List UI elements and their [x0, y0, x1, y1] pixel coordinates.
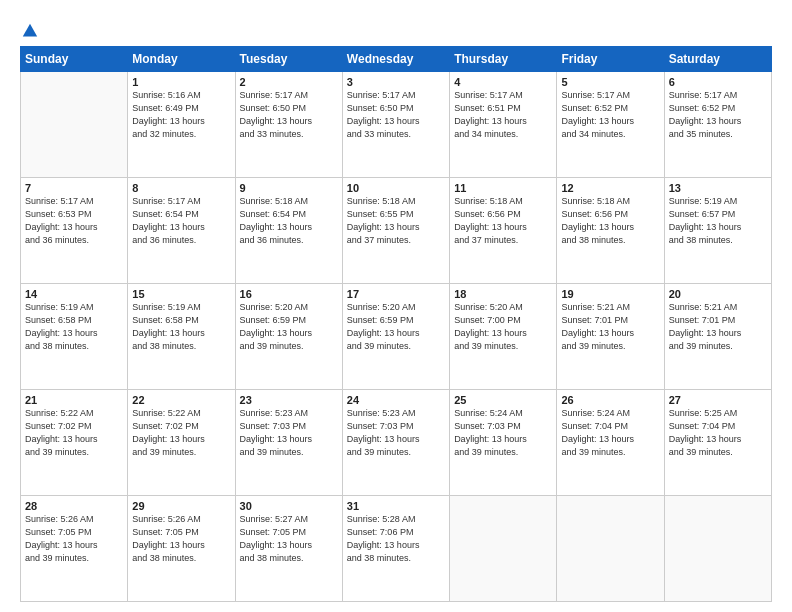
day-number: 19 [561, 288, 659, 300]
day-detail: Sunrise: 5:18 AM Sunset: 6:56 PM Dayligh… [454, 195, 552, 247]
day-number: 13 [669, 182, 767, 194]
day-detail: Sunrise: 5:17 AM Sunset: 6:50 PM Dayligh… [347, 89, 445, 141]
calendar-cell: 5Sunrise: 5:17 AM Sunset: 6:52 PM Daylig… [557, 72, 664, 178]
calendar-cell: 15Sunrise: 5:19 AM Sunset: 6:58 PM Dayli… [128, 284, 235, 390]
calendar-cell: 22Sunrise: 5:22 AM Sunset: 7:02 PM Dayli… [128, 390, 235, 496]
calendar-cell: 31Sunrise: 5:28 AM Sunset: 7:06 PM Dayli… [342, 496, 449, 602]
day-number: 23 [240, 394, 338, 406]
day-detail: Sunrise: 5:16 AM Sunset: 6:49 PM Dayligh… [132, 89, 230, 141]
day-number: 28 [25, 500, 123, 512]
calendar-cell: 14Sunrise: 5:19 AM Sunset: 6:58 PM Dayli… [21, 284, 128, 390]
calendar-cell: 25Sunrise: 5:24 AM Sunset: 7:03 PM Dayli… [450, 390, 557, 496]
week-row-1: 1Sunrise: 5:16 AM Sunset: 6:49 PM Daylig… [21, 72, 772, 178]
logo-icon [21, 22, 39, 40]
day-detail: Sunrise: 5:17 AM Sunset: 6:51 PM Dayligh… [454, 89, 552, 141]
day-detail: Sunrise: 5:20 AM Sunset: 6:59 PM Dayligh… [347, 301, 445, 353]
day-number: 4 [454, 76, 552, 88]
calendar-cell: 11Sunrise: 5:18 AM Sunset: 6:56 PM Dayli… [450, 178, 557, 284]
calendar-cell: 2Sunrise: 5:17 AM Sunset: 6:50 PM Daylig… [235, 72, 342, 178]
calendar-cell: 13Sunrise: 5:19 AM Sunset: 6:57 PM Dayli… [664, 178, 771, 284]
day-detail: Sunrise: 5:26 AM Sunset: 7:05 PM Dayligh… [25, 513, 123, 565]
calendar-cell: 29Sunrise: 5:26 AM Sunset: 7:05 PM Dayli… [128, 496, 235, 602]
calendar-cell: 18Sunrise: 5:20 AM Sunset: 7:00 PM Dayli… [450, 284, 557, 390]
day-number: 12 [561, 182, 659, 194]
calendar-cell: 19Sunrise: 5:21 AM Sunset: 7:01 PM Dayli… [557, 284, 664, 390]
calendar-cell: 16Sunrise: 5:20 AM Sunset: 6:59 PM Dayli… [235, 284, 342, 390]
weekday-header-sunday: Sunday [21, 47, 128, 72]
day-detail: Sunrise: 5:17 AM Sunset: 6:54 PM Dayligh… [132, 195, 230, 247]
week-row-4: 21Sunrise: 5:22 AM Sunset: 7:02 PM Dayli… [21, 390, 772, 496]
day-number: 27 [669, 394, 767, 406]
week-row-2: 7Sunrise: 5:17 AM Sunset: 6:53 PM Daylig… [21, 178, 772, 284]
day-detail: Sunrise: 5:28 AM Sunset: 7:06 PM Dayligh… [347, 513, 445, 565]
calendar-cell: 6Sunrise: 5:17 AM Sunset: 6:52 PM Daylig… [664, 72, 771, 178]
day-number: 14 [25, 288, 123, 300]
day-number: 6 [669, 76, 767, 88]
day-detail: Sunrise: 5:19 AM Sunset: 6:58 PM Dayligh… [25, 301, 123, 353]
day-detail: Sunrise: 5:24 AM Sunset: 7:04 PM Dayligh… [561, 407, 659, 459]
day-detail: Sunrise: 5:26 AM Sunset: 7:05 PM Dayligh… [132, 513, 230, 565]
logo [20, 22, 39, 38]
day-number: 11 [454, 182, 552, 194]
day-detail: Sunrise: 5:23 AM Sunset: 7:03 PM Dayligh… [347, 407, 445, 459]
day-number: 26 [561, 394, 659, 406]
calendar-cell: 20Sunrise: 5:21 AM Sunset: 7:01 PM Dayli… [664, 284, 771, 390]
day-detail: Sunrise: 5:22 AM Sunset: 7:02 PM Dayligh… [25, 407, 123, 459]
day-number: 22 [132, 394, 230, 406]
week-row-5: 28Sunrise: 5:26 AM Sunset: 7:05 PM Dayli… [21, 496, 772, 602]
calendar-cell: 24Sunrise: 5:23 AM Sunset: 7:03 PM Dayli… [342, 390, 449, 496]
calendar-cell: 26Sunrise: 5:24 AM Sunset: 7:04 PM Dayli… [557, 390, 664, 496]
day-detail: Sunrise: 5:18 AM Sunset: 6:56 PM Dayligh… [561, 195, 659, 247]
day-detail: Sunrise: 5:27 AM Sunset: 7:05 PM Dayligh… [240, 513, 338, 565]
day-number: 9 [240, 182, 338, 194]
calendar-cell: 17Sunrise: 5:20 AM Sunset: 6:59 PM Dayli… [342, 284, 449, 390]
calendar-cell: 9Sunrise: 5:18 AM Sunset: 6:54 PM Daylig… [235, 178, 342, 284]
calendar-table: SundayMondayTuesdayWednesdayThursdayFrid… [20, 46, 772, 602]
day-detail: Sunrise: 5:17 AM Sunset: 6:52 PM Dayligh… [561, 89, 659, 141]
calendar-cell [557, 496, 664, 602]
day-detail: Sunrise: 5:24 AM Sunset: 7:03 PM Dayligh… [454, 407, 552, 459]
day-number: 7 [25, 182, 123, 194]
day-number: 3 [347, 76, 445, 88]
calendar-cell [664, 496, 771, 602]
weekday-header-wednesday: Wednesday [342, 47, 449, 72]
day-number: 25 [454, 394, 552, 406]
calendar-cell: 10Sunrise: 5:18 AM Sunset: 6:55 PM Dayli… [342, 178, 449, 284]
page: SundayMondayTuesdayWednesdayThursdayFrid… [0, 0, 792, 612]
calendar-cell: 1Sunrise: 5:16 AM Sunset: 6:49 PM Daylig… [128, 72, 235, 178]
day-detail: Sunrise: 5:19 AM Sunset: 6:57 PM Dayligh… [669, 195, 767, 247]
calendar-cell: 7Sunrise: 5:17 AM Sunset: 6:53 PM Daylig… [21, 178, 128, 284]
calendar-cell: 3Sunrise: 5:17 AM Sunset: 6:50 PM Daylig… [342, 72, 449, 178]
day-detail: Sunrise: 5:20 AM Sunset: 6:59 PM Dayligh… [240, 301, 338, 353]
day-detail: Sunrise: 5:19 AM Sunset: 6:58 PM Dayligh… [132, 301, 230, 353]
day-detail: Sunrise: 5:23 AM Sunset: 7:03 PM Dayligh… [240, 407, 338, 459]
weekday-header-saturday: Saturday [664, 47, 771, 72]
day-number: 29 [132, 500, 230, 512]
day-number: 31 [347, 500, 445, 512]
calendar-cell: 28Sunrise: 5:26 AM Sunset: 7:05 PM Dayli… [21, 496, 128, 602]
day-number: 2 [240, 76, 338, 88]
day-number: 15 [132, 288, 230, 300]
day-number: 5 [561, 76, 659, 88]
day-number: 30 [240, 500, 338, 512]
calendar-cell: 21Sunrise: 5:22 AM Sunset: 7:02 PM Dayli… [21, 390, 128, 496]
calendar-cell: 27Sunrise: 5:25 AM Sunset: 7:04 PM Dayli… [664, 390, 771, 496]
header [20, 18, 772, 38]
day-number: 16 [240, 288, 338, 300]
day-detail: Sunrise: 5:17 AM Sunset: 6:53 PM Dayligh… [25, 195, 123, 247]
weekday-header-row: SundayMondayTuesdayWednesdayThursdayFrid… [21, 47, 772, 72]
weekday-header-monday: Monday [128, 47, 235, 72]
day-number: 10 [347, 182, 445, 194]
weekday-header-friday: Friday [557, 47, 664, 72]
day-detail: Sunrise: 5:20 AM Sunset: 7:00 PM Dayligh… [454, 301, 552, 353]
day-detail: Sunrise: 5:21 AM Sunset: 7:01 PM Dayligh… [561, 301, 659, 353]
weekday-header-tuesday: Tuesday [235, 47, 342, 72]
day-detail: Sunrise: 5:17 AM Sunset: 6:50 PM Dayligh… [240, 89, 338, 141]
day-number: 18 [454, 288, 552, 300]
week-row-3: 14Sunrise: 5:19 AM Sunset: 6:58 PM Dayli… [21, 284, 772, 390]
day-detail: Sunrise: 5:18 AM Sunset: 6:55 PM Dayligh… [347, 195, 445, 247]
calendar-cell: 4Sunrise: 5:17 AM Sunset: 6:51 PM Daylig… [450, 72, 557, 178]
calendar-cell [450, 496, 557, 602]
calendar-cell: 23Sunrise: 5:23 AM Sunset: 7:03 PM Dayli… [235, 390, 342, 496]
calendar-cell [21, 72, 128, 178]
